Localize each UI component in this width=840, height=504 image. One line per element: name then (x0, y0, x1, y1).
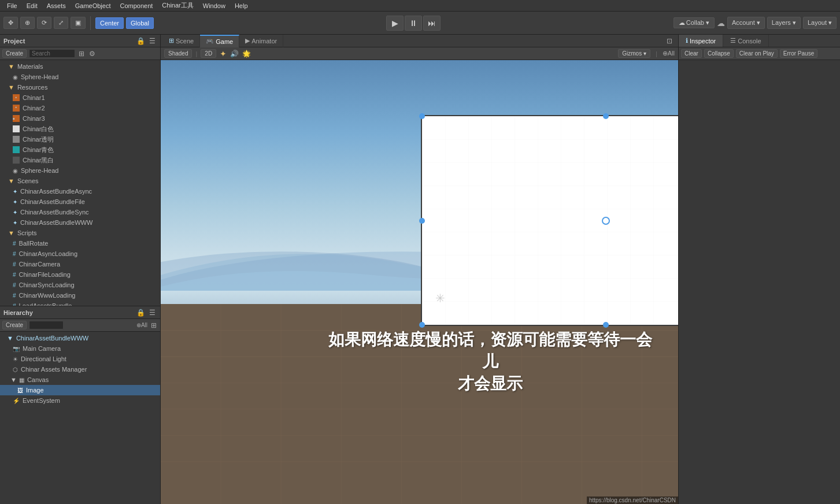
project-lock-icon[interactable]: 🔒 (135, 37, 146, 45)
handle-tm[interactable] (603, 113, 609, 119)
tree-item-ballrotate[interactable]: # BallRotate (0, 238, 160, 249)
hierarchy-create-btn[interactable]: Create (2, 321, 27, 329)
tree-label: ChinarFileLoading (19, 271, 71, 278)
tree-label: BallRotate (19, 240, 49, 247)
scene-panel-close[interactable]: ⊡ (665, 37, 674, 45)
tree-item-scripts[interactable]: ▼ Scripts (0, 228, 160, 238)
hierarchy-menu-icon[interactable]: ☰ (148, 309, 157, 317)
menu-assets[interactable]: Assets (42, 1, 71, 10)
gizmos-btn[interactable]: Gizmos ▾ (618, 49, 650, 58)
hierarchy-tree: ▼ ChinarAssetBundleWWW 📷 Main Camera ☀ D… (0, 332, 160, 504)
tab-console[interactable]: ☰ Console (723, 35, 768, 47)
menu-file[interactable]: File (2, 1, 22, 10)
tree-label: Chinar透明 (23, 135, 54, 144)
tree-item-scenes[interactable]: ▼ Scenes (0, 176, 160, 186)
menu-edit[interactable]: Edit (22, 1, 42, 10)
handle-tl[interactable] (419, 113, 425, 119)
folder-icon-materials: ▼ (8, 63, 14, 70)
play-button[interactable]: ▶ (386, 16, 404, 31)
tree-item-chinar-white[interactable]: Chinar白色 (0, 124, 160, 134)
tree-item-loadassets[interactable]: # LoadAssetsBundle (0, 301, 160, 306)
tree-item-chinar2[interactable]: ▪ Chinar2 (0, 103, 160, 113)
project-search-input[interactable] (29, 49, 75, 58)
tree-item-spherehead2[interactable]: ◉ Sphere-Head (0, 165, 160, 176)
collab-cloud-icon: ☁ (717, 18, 725, 28)
handle-bl[interactable] (419, 322, 425, 328)
tree-item-chinar1[interactable]: ▪ Chinar1 (0, 92, 160, 103)
project-menu-icon[interactable]: ☰ (148, 37, 157, 45)
animator-tab-icon: ▶ (245, 37, 250, 45)
tab-inspector[interactable]: ℹ Inspector (679, 35, 723, 47)
pivot-center-btn[interactable]: Center (95, 17, 124, 29)
step-button[interactable]: ⏭ (423, 16, 441, 31)
tool-hand[interactable]: ✥ (3, 17, 18, 29)
pivot-global-btn[interactable]: Global (126, 17, 154, 29)
hierarchy-item-canvas[interactable]: ▼ ▦ Canvas (0, 375, 160, 385)
eventsystem-icon: ⚡ (13, 398, 20, 404)
inspector-collapse-btn[interactable]: Collapse (704, 49, 734, 58)
tree-item-resources[interactable]: ▼ Resources (0, 82, 160, 92)
tree-item-scene-sync[interactable]: ✦ ChinarAssetBundleSync (0, 207, 160, 217)
tree-item-chinar-transparent[interactable]: Chinar透明 (0, 134, 160, 144)
tree-label: ChinarWwwLoading (19, 292, 76, 299)
layout-dropdown[interactable]: Layout ▾ (803, 17, 837, 29)
tree-item-scene-www[interactable]: ✦ ChinarAssetBundleWWW (0, 217, 160, 228)
tree-item-camera[interactable]: # ChinarCamera (0, 259, 160, 269)
handle-bm[interactable] (603, 322, 609, 328)
hierarchy-item-eventsystem[interactable]: ⚡ EventSystem (0, 395, 160, 406)
tree-item-scene-file[interactable]: ✦ ChinarAssetBundleFile (0, 197, 160, 207)
folder-icon-scripts: ▼ (8, 229, 14, 236)
hierarchy-sort-icon[interactable]: ⊞ (150, 321, 158, 329)
account-dropdown[interactable]: Account ▾ (727, 17, 765, 29)
tool-rect[interactable]: ▣ (71, 17, 86, 29)
tool-move[interactable]: ⊕ (20, 17, 35, 29)
folder-icon-resources: ▼ (8, 84, 14, 91)
scene-view[interactable]: ✳ 如果网络速度慢的话，资源可能需要等待一会儿 才会显示 https://blo… (161, 60, 678, 504)
tree-item-spherehead1[interactable]: ◉ Sphere-Head (0, 72, 160, 82)
tree-item-chinar-cyan[interactable]: Chinar青色 (0, 144, 160, 155)
menu-help[interactable]: Help (230, 1, 253, 10)
inspector-clearonplay-btn[interactable]: Clear on Play (736, 49, 778, 58)
tree-item-syncloading[interactable]: # ChinarSyncLoading (0, 280, 160, 290)
hierarchy-item-chinarmanager[interactable]: ⬡ Chinar Assets Manager (0, 364, 160, 375)
menu-window[interactable]: Window (198, 1, 230, 10)
handle-ml[interactable] (419, 218, 425, 224)
hierarchy-panel: Hierarchy 🔒 ☰ Create ⊕All ⊞ ▼ ChinarAsse… (0, 306, 160, 504)
menu-chinar[interactable]: Chinar工具 (157, 0, 198, 11)
tab-game[interactable]: 🎮 Game (200, 35, 239, 47)
tree-item-chinar3[interactable]: ▪ Chinar3 (0, 113, 160, 124)
hierarchy-search-input[interactable] (29, 321, 64, 329)
tree-item-scene-async[interactable]: ✦ ChinarAssetBundleAsync (0, 186, 160, 197)
tree-item-chinar-bw[interactable]: Chinar黑白 (0, 155, 160, 165)
tree-item-wwwloading[interactable]: # ChinarWwwLoading (0, 290, 160, 301)
mode-2d-btn[interactable]: 2D (201, 49, 216, 58)
layers-dropdown[interactable]: Layers ▾ (767, 17, 801, 29)
chinese-text-line1: 如果网络速度慢的话，资源可能需要等待一会儿 (323, 329, 658, 373)
shading-dropdown[interactable]: Shaded (164, 49, 192, 58)
tab-animator[interactable]: ▶ Animator (239, 35, 283, 47)
tree-item-asyncloading[interactable]: # ChinarAsyncLoading (0, 249, 160, 259)
project-create-btn[interactable]: Create (2, 49, 27, 58)
tool-scale[interactable]: ⤢ (54, 17, 68, 29)
tool-rotate[interactable]: ⟳ (37, 17, 51, 29)
tree-item-materials[interactable]: ▼ Materials (0, 61, 160, 72)
menu-bar: File Edit Assets GameObject Component Ch… (0, 0, 840, 12)
inspector-clear-btn[interactable]: Clear (681, 49, 702, 58)
tree-item-fileloading[interactable]: # ChinarFileLoading (0, 269, 160, 280)
collab-button[interactable]: ☁ Collab ▾ (674, 17, 715, 28)
project-options-btn[interactable]: ⚙ (88, 50, 97, 58)
hierarchy-lock-icon[interactable]: 🔒 (135, 309, 146, 317)
tab-scene[interactable]: ⊞ Scene (163, 35, 200, 47)
hierarchy-item-dirlight[interactable]: ☀ Directional Light (0, 354, 160, 364)
menu-component[interactable]: Component (115, 1, 157, 10)
project-icon-view-btn[interactable]: ⊞ (77, 50, 86, 58)
game-view-panel[interactable] (421, 115, 678, 326)
hierarchy-scene-root[interactable]: ▼ ChinarAssetBundleWWW (0, 333, 160, 343)
hierarchy-item-maincamera[interactable]: 📷 Main Camera (0, 343, 160, 354)
script-icon-sync: # (13, 282, 16, 288)
hierarchy-item-image[interactable]: 🖼 Image (0, 385, 160, 395)
pause-button[interactable]: ⏸ (405, 16, 422, 31)
img-icon-cyan (13, 146, 20, 153)
inspector-errorpause-btn[interactable]: Error Pause (780, 49, 817, 58)
menu-gameobject[interactable]: GameObject (71, 1, 116, 10)
